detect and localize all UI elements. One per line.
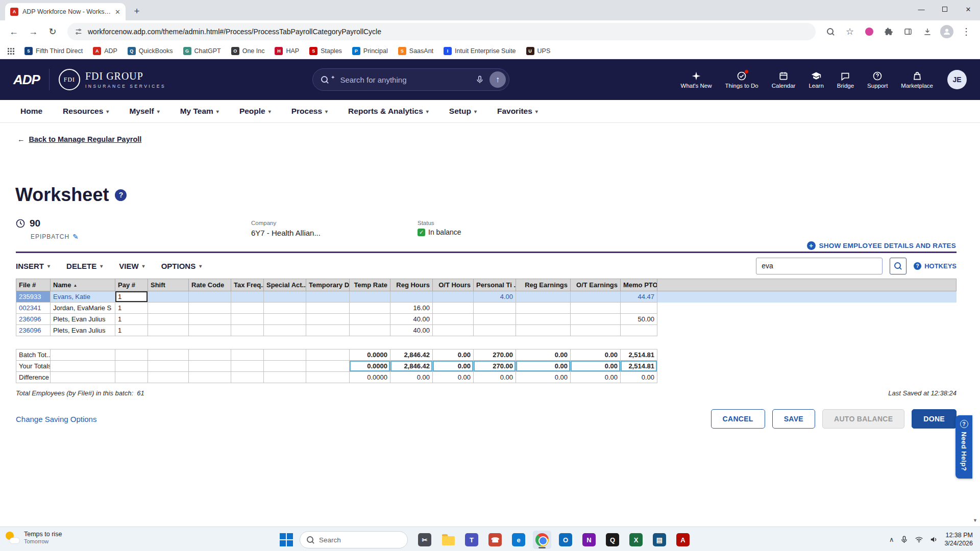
- bookmark-fifth-third-direct[interactable]: 5Fifth Third Direct: [24, 47, 83, 55]
- adp-nav-bridge[interactable]: Bridge: [837, 71, 854, 89]
- options-menu-button[interactable]: OPTIONS▾: [161, 262, 202, 270]
- taskbar-app-phone[interactable]: ☎: [486, 531, 504, 549]
- col-header-o-t-earnings[interactable]: O/T Earnings: [571, 279, 621, 291]
- adp-nav-learn[interactable]: Learn: [808, 71, 823, 89]
- menu-myself[interactable]: Myself▾: [129, 107, 159, 116]
- col-header-o-t-hours[interactable]: O/T Hours: [433, 279, 474, 291]
- start-button[interactable]: [280, 533, 293, 546]
- cell-file[interactable]: 236096: [16, 325, 51, 336]
- taskbar-app-file-explorer[interactable]: [439, 531, 457, 549]
- browser-menu-icon[interactable]: ⋮: [958, 23, 975, 40]
- cell-special-act[interactable]: [264, 303, 306, 314]
- worksheet-row[interactable]: 235933Evans, Katie14.0044.47: [16, 291, 957, 303]
- cell-name[interactable]: Jordan, EvaMarie S: [51, 303, 115, 314]
- col-header-temporary-d[interactable]: Temporary D...: [306, 279, 350, 291]
- bookmark-intuit-enterprise-suite[interactable]: IIntuit Enterprise Suite: [444, 47, 516, 55]
- taskbar-clock[interactable]: 12:38 PM 3/24/2026: [944, 531, 973, 548]
- cell-rate-code[interactable]: [189, 291, 231, 303]
- cell-file[interactable]: 236096: [16, 314, 51, 325]
- microphone-icon[interactable]: [475, 75, 484, 84]
- side-panel-icon[interactable]: [899, 23, 917, 40]
- col-header-reg-hours[interactable]: Reg Hours: [390, 279, 433, 291]
- extensions-puzzle-icon[interactable]: [880, 23, 897, 40]
- apps-grid-icon[interactable]: [7, 47, 14, 55]
- cell-special-act[interactable]: [264, 325, 306, 336]
- delete-menu-button[interactable]: DELETE▾: [66, 262, 103, 270]
- cell-temporary-d[interactable]: [306, 291, 350, 303]
- cell-reg-hours[interactable]: 40.00: [390, 325, 433, 336]
- back-icon[interactable]: ←: [5, 23, 22, 40]
- cell-special-act[interactable]: [264, 314, 306, 325]
- cell-reg-hours[interactable]: [390, 291, 433, 303]
- taskbar-app-chrome[interactable]: [533, 531, 551, 549]
- adp-nav-support[interactable]: Support: [867, 71, 888, 89]
- cell-special-act[interactable]: [264, 291, 306, 303]
- reload-icon[interactable]: ↻: [44, 23, 61, 40]
- taskbar-app-remote-desktop[interactable]: ▤: [650, 531, 669, 549]
- cell-shift[interactable]: [148, 314, 189, 325]
- taskbar-app-quickbooks[interactable]: Q: [603, 531, 622, 549]
- adp-nav-things-to-do[interactable]: Things to Do: [725, 71, 758, 89]
- cell-temporary-d[interactable]: [306, 314, 350, 325]
- menu-reports-analytics[interactable]: Reports & Analytics▾: [348, 107, 429, 116]
- close-button[interactable]: ✕: [957, 0, 980, 18]
- bookmark-hap[interactable]: HHAP: [275, 47, 299, 55]
- cell-shift[interactable]: [148, 291, 189, 303]
- col-header-shift[interactable]: Shift: [148, 279, 189, 291]
- taskbar-app-onenote[interactable]: N: [580, 531, 598, 549]
- menu-my-team[interactable]: My Team▾: [180, 107, 219, 116]
- cell-reg-earnings[interactable]: [516, 314, 571, 325]
- global-search-bar[interactable]: ✦ ↑: [312, 68, 509, 91]
- bookmark-ups[interactable]: UUPS: [526, 47, 551, 55]
- taskbar-weather-widget[interactable]: Temps to rise Tomorrow: [5, 531, 62, 544]
- maximize-button[interactable]: [933, 0, 957, 18]
- taskbar-app-outlook[interactable]: O: [556, 531, 575, 549]
- cell-tax-freq[interactable]: [231, 314, 264, 325]
- col-header-personal-ti[interactable]: Personal Ti ...: [474, 279, 516, 291]
- cancel-button[interactable]: CANCEL: [711, 409, 765, 429]
- taskbar-app-teams[interactable]: T: [462, 531, 481, 549]
- menu-people[interactable]: People▾: [239, 107, 271, 116]
- menu-process[interactable]: Process▾: [291, 107, 328, 116]
- done-button[interactable]: DONE: [912, 409, 957, 429]
- cell-temporary-d[interactable]: [306, 303, 350, 314]
- col-header-memo-pto[interactable]: Memo PTO: [621, 279, 657, 291]
- cell-rate-code[interactable]: [189, 303, 231, 314]
- hidden-icons-chevron-icon[interactable]: ∧: [889, 536, 894, 543]
- minimize-button[interactable]: —: [910, 0, 933, 18]
- cell-memo-pto[interactable]: [621, 325, 657, 336]
- global-search-input[interactable]: [340, 76, 470, 84]
- cell-o-t-hours[interactable]: [433, 314, 474, 325]
- bookmark-quickbooks[interactable]: QQuickBooks: [128, 47, 173, 55]
- cell-temporary-d[interactable]: [306, 325, 350, 336]
- col-header-reg-earnings[interactable]: Reg Earnings: [516, 279, 571, 291]
- taskbar-app-snipping-tool[interactable]: ✂: [415, 531, 434, 549]
- wifi-icon[interactable]: [915, 535, 923, 544]
- bookmark-chatgpt[interactable]: GChatGPT: [183, 47, 221, 55]
- cell-reg-hours[interactable]: 16.00: [390, 303, 433, 314]
- url-bar[interactable]: workforcenow.adp.com/theme/admin.html#/P…: [67, 23, 816, 40]
- cell-memo-pto[interactable]: 50.00: [621, 314, 657, 325]
- cell-reg-earnings[interactable]: [516, 303, 571, 314]
- hotkeys-link[interactable]: ? HOTKEYS: [914, 262, 957, 270]
- cell-personal-ti[interactable]: [474, 314, 516, 325]
- bookmark-staples[interactable]: SStaples: [309, 47, 342, 55]
- cell-tax-freq[interactable]: [231, 325, 264, 336]
- browser-tab[interactable]: A ADP Workforce Now - Workshe... ✕: [5, 3, 126, 20]
- cell-temp-rate[interactable]: [350, 325, 390, 336]
- scrollbar-down-arrow[interactable]: ▼: [971, 516, 979, 524]
- menu-setup[interactable]: Setup▾: [449, 107, 477, 116]
- downloads-icon[interactable]: [919, 23, 936, 40]
- adp-nav-what-s-new[interactable]: What's New: [681, 71, 712, 89]
- worksheet-row[interactable]: 002341Jordan, EvaMarie S116.00: [16, 303, 957, 314]
- col-header-name[interactable]: Name▲: [51, 279, 115, 291]
- adp-logo[interactable]: ADP: [13, 72, 40, 88]
- view-menu-button[interactable]: VIEW▾: [119, 262, 144, 270]
- cell-personal-ti[interactable]: [474, 303, 516, 314]
- cell-file[interactable]: 235933: [16, 291, 51, 303]
- forward-icon[interactable]: →: [24, 23, 42, 40]
- bookmark-star-icon[interactable]: ☆: [841, 23, 859, 40]
- cell-o-t-earnings[interactable]: [571, 325, 621, 336]
- volume-icon[interactable]: [929, 535, 938, 544]
- back-to-manage-payroll-link[interactable]: ← Back to Manage Regular Payroll: [17, 135, 141, 143]
